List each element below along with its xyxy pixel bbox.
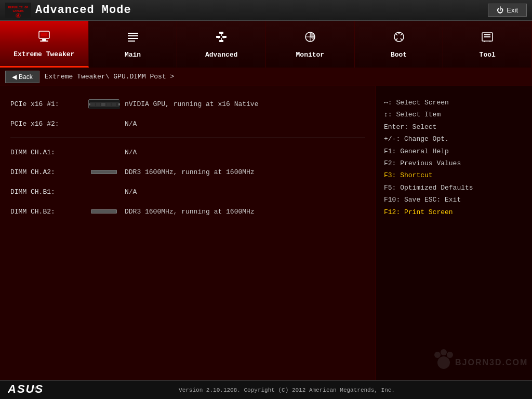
tab-advanced[interactable]: Advanced xyxy=(177,21,266,68)
dimm-a2-value: DDR3 1600MHz, running at 1600MHz xyxy=(125,168,365,176)
svg-rect-11 xyxy=(128,38,138,39)
tab-main[interactable]: Main xyxy=(89,21,178,68)
main-icon xyxy=(126,30,140,48)
footer: ASUS ® Version 2.10.1208. Copyright (C) … xyxy=(0,380,532,399)
svg-text:REPUBLIC OF: REPUBLIC OF xyxy=(8,5,29,9)
svg-rect-32 xyxy=(96,103,100,106)
svg-point-39 xyxy=(434,352,441,358)
svg-point-40 xyxy=(441,349,447,355)
content-wrapper: PCIe x16 #1: nVIDIA GPU xyxy=(0,86,532,380)
tab-tool-label: Tool xyxy=(480,51,496,59)
extreme-tweaker-icon xyxy=(37,29,51,47)
help-line: F12: Print Screen xyxy=(384,206,524,218)
svg-rect-25 xyxy=(484,34,490,35)
main-panel: PCIe x16 #1: nVIDIA GPU xyxy=(0,86,376,380)
dimm-icon xyxy=(91,170,117,174)
breadcrumb-bar: ◀ Back Extreme Tweaker\ GPU.DIMM Post > xyxy=(0,68,532,86)
list-item: DIMM CH.A1: N/A xyxy=(10,142,365,162)
separator xyxy=(10,138,365,138)
header-title: Advanced Mode xyxy=(35,4,131,17)
gpu-icon xyxy=(88,99,119,109)
nav-tabs: Extreme Tweaker Main Advanced Monitor Bo… xyxy=(0,21,532,68)
list-item: PCIe x16 #1: nVIDIA GPU xyxy=(10,94,365,114)
svg-rect-33 xyxy=(101,103,105,106)
boot-icon xyxy=(392,30,406,48)
dimm-icon xyxy=(91,209,117,214)
svg-line-27 xyxy=(484,41,485,42)
header-logo: REPUBLIC OF GAMERS Advanced Mode xyxy=(5,2,131,19)
svg-rect-35 xyxy=(112,103,116,106)
tab-tool[interactable]: Tool xyxy=(443,21,532,68)
pcie1-value: nVIDIA GPU, running at x16 Native xyxy=(125,100,365,108)
help-line: +/-: Change Opt. xyxy=(384,133,524,145)
back-icon: ◀ xyxy=(12,73,17,81)
right-panel: ↔: Select Screen↕: Select ItemEnter: Sel… xyxy=(376,86,532,380)
dimm-a2-label: DIMM CH.A2: xyxy=(10,168,83,176)
svg-text:GAMERS: GAMERS xyxy=(13,9,24,13)
help-line: Enter: Select xyxy=(384,121,524,133)
exit-button[interactable]: ⏻ Exit xyxy=(488,4,527,17)
header: REPUBLIC OF GAMERS Advanced Mode ⏻ Exit xyxy=(0,0,532,21)
svg-line-28 xyxy=(489,41,490,42)
svg-rect-7 xyxy=(42,39,46,41)
tab-boot-label: Boot xyxy=(391,51,407,59)
help-panel: ↔: Select Screen↕: Select ItemEnter: Sel… xyxy=(384,97,524,218)
svg-rect-37 xyxy=(118,103,120,105)
list-item: DIMM CH.B2: DDR3 1600MHz, running at 160… xyxy=(10,202,365,221)
dimm-b1-value: N/A xyxy=(125,188,365,196)
svg-rect-31 xyxy=(91,103,95,106)
tab-monitor[interactable]: Monitor xyxy=(266,21,355,68)
footer-version: Version 2.10.1208. Copyright (C) 2012 Am… xyxy=(179,387,395,393)
help-line: F5: Optimized Defaults xyxy=(384,182,524,194)
svg-rect-8 xyxy=(40,41,48,42)
svg-point-41 xyxy=(447,352,453,358)
dimm-a1-value: N/A xyxy=(125,149,365,156)
help-line: F3: Shortcut xyxy=(384,169,524,181)
list-item: DIMM CH.A2: DDR3 1600MHz, running at 160… xyxy=(10,162,365,182)
svg-rect-13 xyxy=(219,32,223,34)
rog-logo-icon: REPUBLIC OF GAMERS xyxy=(5,2,31,19)
svg-rect-6 xyxy=(41,33,47,36)
help-line: F2: Previous Values xyxy=(384,157,524,169)
help-line: F10: Save ESC: Exit xyxy=(384,194,524,206)
svg-rect-10 xyxy=(128,35,138,36)
list-item: PCIe x16 #2: N/A xyxy=(10,114,365,134)
tab-main-label: Main xyxy=(125,51,141,59)
list-item: DIMM CH.B1: N/A xyxy=(10,182,365,202)
tab-boot[interactable]: Boot xyxy=(355,21,444,68)
tab-extreme-tweaker-label: Extreme Tweaker xyxy=(14,50,74,58)
exit-icon: ⏻ xyxy=(497,6,503,14)
svg-rect-34 xyxy=(107,103,111,106)
pcie1-visual xyxy=(83,99,125,109)
tab-advanced-label: Advanced xyxy=(205,51,237,59)
monitor-icon xyxy=(303,30,317,48)
help-line: F1: General Help xyxy=(384,145,524,157)
dimm-a1-label: DIMM CH.A1: xyxy=(10,149,83,156)
help-line: ↕: Select Item xyxy=(384,109,524,121)
svg-rect-36 xyxy=(89,103,90,105)
dimm-a2-visual xyxy=(83,170,125,174)
tool-icon xyxy=(480,30,495,48)
pcie2-value: N/A xyxy=(125,120,365,128)
svg-text:®: ® xyxy=(34,386,38,391)
pcie1-label: PCIe x16 #1: xyxy=(10,100,83,108)
dimm-b1-label: DIMM CH.B1: xyxy=(10,188,83,196)
dimm-b2-value: DDR3 1600MHz, running at 1600MHz xyxy=(125,208,365,216)
svg-rect-26 xyxy=(484,36,490,37)
tab-monitor-label: Monitor xyxy=(296,51,325,59)
back-button[interactable]: ◀ Back xyxy=(5,71,39,83)
dimm-b2-label: DIMM CH.B2: xyxy=(10,208,83,216)
tab-extreme-tweaker[interactable]: Extreme Tweaker xyxy=(0,21,89,68)
svg-text:BJORN3D.COM: BJORN3D.COM xyxy=(455,358,527,367)
svg-text:ASUS: ASUS xyxy=(8,382,44,395)
svg-rect-12 xyxy=(128,41,135,42)
svg-point-38 xyxy=(437,356,450,369)
advanced-icon xyxy=(214,30,229,48)
asus-logo: ASUS ® xyxy=(8,381,49,399)
svg-rect-16 xyxy=(219,40,223,42)
breadcrumb: Extreme Tweaker\ GPU.DIMM Post > xyxy=(45,73,175,81)
pcie2-label: PCIe x16 #2: xyxy=(10,120,83,128)
help-line: ↔: Select Screen xyxy=(384,97,524,109)
dimm-b2-visual xyxy=(83,209,125,214)
watermark: BJORN3D.COM xyxy=(433,342,527,378)
